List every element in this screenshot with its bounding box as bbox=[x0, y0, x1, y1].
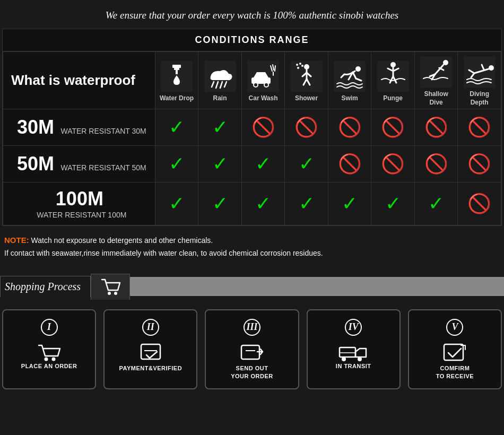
cell-30m-shower: 🚫 bbox=[285, 109, 328, 146]
svg-line-14 bbox=[275, 66, 275, 71]
shallow-dive-icon bbox=[420, 56, 452, 88]
col-header-diving-depth: DivingDepth bbox=[458, 52, 501, 109]
col-label-swim: Swim bbox=[331, 94, 369, 103]
col-label-shallow-dive: ShallowDive bbox=[417, 90, 456, 107]
svg-point-27 bbox=[301, 65, 303, 67]
cell-100m-swim: ✓ bbox=[328, 182, 371, 225]
svg-rect-53 bbox=[444, 344, 463, 360]
swim-icon bbox=[334, 60, 366, 92]
col-header-plunge: Punge bbox=[371, 52, 415, 109]
shopping-header: Shopping Process bbox=[0, 274, 504, 300]
step-1-box: I PLACE AN ORDER bbox=[2, 309, 96, 389]
cell-100m-carwash: ✓ bbox=[241, 182, 285, 225]
cell-30m-rain: ✓ bbox=[198, 109, 242, 146]
note-section: NOTE: Watch not exposure to detergents a… bbox=[0, 226, 504, 264]
cell-50m-water-drop: ✓ bbox=[155, 146, 198, 182]
cell-50m-shallow-dive: 🚫 bbox=[414, 146, 458, 182]
cell-100m-diving-depth: 🚫 bbox=[458, 182, 501, 225]
svg-point-12 bbox=[264, 83, 268, 87]
col-header-shallow-dive: ShallowDive bbox=[414, 52, 458, 109]
cell-50m-swim: 🚫 bbox=[328, 146, 371, 182]
shopping-bar bbox=[130, 277, 504, 296]
table-row: 30M WATER RESISTANT 30M ✓ ✓ 🚫 🚫 🚫 🚫 🚫 🚫 bbox=[3, 109, 501, 146]
shower-icon bbox=[291, 60, 323, 92]
row-50m-header: 50M WATER RESISTANT 50M bbox=[3, 146, 155, 182]
step-2-label: PAYMENT&VERIFIED bbox=[119, 364, 182, 372]
cell-50m-plunge: 🚫 bbox=[371, 146, 415, 182]
col-header-water-drop: Water Drop bbox=[155, 52, 198, 109]
cell-30m-water-drop: ✓ bbox=[155, 109, 198, 146]
svg-point-26 bbox=[297, 67, 299, 69]
col-label-water-drop: Water Drop bbox=[158, 94, 196, 103]
waterproof-section: CONDITIONS RANGE What is waterproof bbox=[2, 29, 502, 226]
svg-point-51 bbox=[358, 357, 362, 361]
cell-50m-rain: ✓ bbox=[198, 146, 242, 182]
cell-100m-shower: ✓ bbox=[285, 182, 328, 225]
cell-50m-shower: ✓ bbox=[285, 146, 328, 182]
col-label-carwash: Car Wash bbox=[244, 94, 283, 103]
svg-point-42 bbox=[114, 292, 117, 295]
svg-point-24 bbox=[296, 64, 298, 66]
row-50m-desc: WATER RESISTANT 50M bbox=[60, 163, 146, 172]
water-drop-icon bbox=[161, 60, 193, 92]
note-label: NOTE: bbox=[4, 236, 29, 245]
step-4-num: IV bbox=[345, 319, 362, 336]
svg-point-50 bbox=[342, 357, 346, 361]
svg-rect-47 bbox=[241, 345, 259, 359]
rain-icon bbox=[204, 60, 236, 92]
row-100m-desc: WATER RESISTANT 100M bbox=[37, 211, 126, 219]
row-30m-header: 30M WATER RESISTANT 30M bbox=[3, 109, 155, 146]
svg-point-43 bbox=[44, 357, 48, 361]
row-30m-desc: WATER RESISTANT 30M bbox=[60, 127, 146, 135]
shopping-cart-icon bbox=[100, 277, 121, 297]
svg-point-40 bbox=[489, 65, 494, 71]
step-3-label: SEND OUTYOUR ORDER bbox=[231, 364, 273, 381]
svg-point-44 bbox=[51, 357, 55, 361]
place-order-icon bbox=[36, 341, 63, 362]
cell-100m-rain: ✓ bbox=[198, 182, 242, 225]
svg-point-11 bbox=[254, 83, 258, 87]
row-50m-label: 50M bbox=[17, 153, 54, 175]
cell-100m-plunge: ✓ bbox=[371, 182, 415, 225]
cart-icon-box bbox=[91, 274, 130, 300]
plunge-icon bbox=[377, 60, 409, 92]
note-text1: Watch not exposure to detergents and oth… bbox=[29, 236, 213, 245]
row-30m-label: 30M bbox=[17, 116, 54, 138]
col-header-swim: Swim bbox=[328, 52, 371, 109]
cell-50m-diving-depth: 🚫 bbox=[458, 146, 501, 182]
step-5-box: V COMFIRMTO RECEIVE bbox=[408, 309, 502, 389]
svg-rect-1 bbox=[172, 65, 181, 68]
step-5-label: COMFIRMTO RECEIVE bbox=[436, 364, 474, 381]
payment-icon bbox=[137, 341, 164, 364]
confirm-icon bbox=[441, 341, 468, 364]
col-header-rain: Rain bbox=[198, 52, 242, 109]
step-4-box: IV IN TRANSIT bbox=[307, 309, 401, 389]
step-1-label: PLACE AN ORDER bbox=[21, 362, 77, 370]
svg-rect-3 bbox=[176, 70, 178, 74]
shopping-section: Shopping Process I PLACE AN ORDER II bbox=[0, 274, 504, 395]
shopping-title: Shopping Process bbox=[0, 276, 91, 297]
col-label-plunge: Punge bbox=[373, 94, 412, 103]
table-row: 100M WATER RESISTANT 100M ✓ ✓ ✓ ✓ ✓ ✓ ✓ … bbox=[3, 182, 501, 225]
cell-30m-plunge: 🚫 bbox=[371, 109, 415, 146]
svg-rect-2 bbox=[174, 68, 179, 70]
what-is-waterproof-label: What is waterproof bbox=[3, 62, 155, 99]
svg-point-41 bbox=[108, 292, 111, 295]
cell-100m-water-drop: ✓ bbox=[155, 182, 198, 225]
diving-depth-icon bbox=[464, 56, 496, 88]
step-3-box: III SEND OUTYOUR ORDER bbox=[205, 309, 299, 389]
col-header-shower: Shower bbox=[285, 52, 328, 109]
top-banner: We ensure that your order every watch is… bbox=[0, 0, 504, 29]
conditions-header: CONDITIONS RANGE bbox=[3, 29, 501, 51]
car-wash-icon bbox=[247, 60, 279, 92]
step-5-num: V bbox=[446, 319, 463, 336]
banner-text: We ensure that your order every watch is… bbox=[106, 10, 399, 21]
cell-30m-swim: 🚫 bbox=[328, 109, 371, 146]
col-header-carwash: Car Wash bbox=[241, 52, 285, 109]
cell-30m-shallow-dive: 🚫 bbox=[414, 109, 458, 146]
col-label-shower: Shower bbox=[287, 94, 326, 103]
svg-rect-49 bbox=[340, 347, 355, 357]
steps-row: I PLACE AN ORDER II PAYMENT&VERIFIED III bbox=[0, 300, 504, 395]
row-100m-header: 100M WATER RESISTANT 100M bbox=[3, 182, 155, 225]
col-label-diving-depth: DivingDepth bbox=[460, 90, 499, 107]
